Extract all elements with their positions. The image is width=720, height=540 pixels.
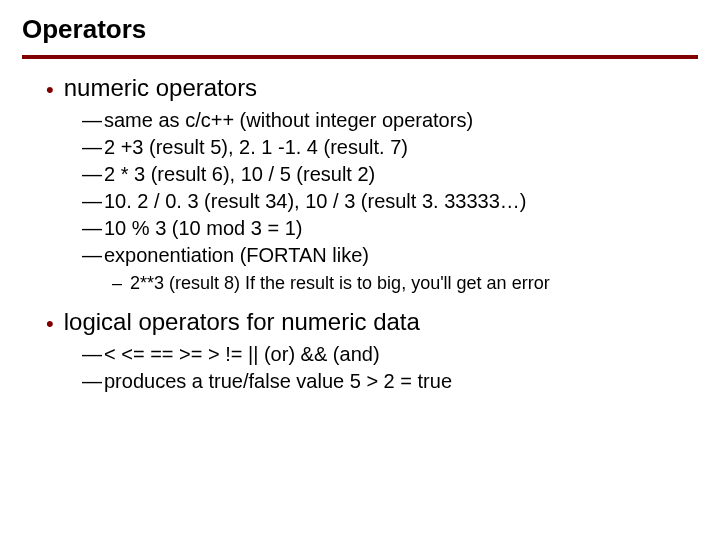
list-item: – 2**3 (result 8) If the result is to bi… [112, 271, 698, 295]
list-item: — produces a true/false value 5 > 2 = tr… [82, 368, 698, 395]
bullet-text: logical operators for numeric data [64, 307, 420, 337]
bullet-text: 10. 2 / 0. 3 (result 34), 10 / 3 (result… [104, 188, 526, 215]
bullet-text: numeric operators [64, 73, 257, 103]
bullet-list-level3: – 2**3 (result 8) If the result is to bi… [112, 271, 698, 295]
title-underline [22, 55, 698, 59]
bullet-icon: • [46, 79, 54, 101]
dash-icon: — [82, 188, 102, 215]
list-item: — < <= == >= > != || (or) && (and) [82, 341, 698, 368]
bullet-list-level2: — same as c/c++ (without integer operato… [82, 107, 698, 269]
dash-icon: — [82, 107, 102, 134]
list-item: • numeric operators — same as c/c++ (wit… [46, 73, 698, 301]
dash-icon: – [112, 271, 124, 295]
bullet-text: 2**3 (result 8) If the result is to big,… [130, 271, 550, 295]
bullet-text: 10 % 3 (10 mod 3 = 1) [104, 215, 302, 242]
bullet-text: < <= == >= > != || (or) && (and) [104, 341, 380, 368]
list-item: — 2 * 3 (result 6), 10 / 5 (result 2) [82, 161, 698, 188]
dash-icon: — [82, 341, 102, 368]
dash-icon: — [82, 161, 102, 188]
list-item: — exponentiation (FORTAN like) [82, 242, 698, 269]
bullet-text: exponentiation (FORTAN like) [104, 242, 369, 269]
bullet-list-level1: • numeric operators — same as c/c++ (wit… [22, 73, 698, 397]
bullet-text: same as c/c++ (without integer operators… [104, 107, 473, 134]
slide-title: Operators [22, 14, 698, 49]
list-item: • logical operators for numeric data — <… [46, 307, 698, 397]
dash-icon: — [82, 134, 102, 161]
dash-icon: — [82, 215, 102, 242]
bullet-text: produces a true/false value 5 > 2 = true [104, 368, 452, 395]
list-item: — 10. 2 / 0. 3 (result 34), 10 / 3 (resu… [82, 188, 698, 215]
bullet-list-level2: — < <= == >= > != || (or) && (and) — pro… [82, 341, 698, 395]
dash-icon: — [82, 368, 102, 395]
list-item: — same as c/c++ (without integer operato… [82, 107, 698, 134]
bullet-text: 2 +3 (result 5), 2. 1 -1. 4 (result. 7) [104, 134, 408, 161]
list-item: — 2 +3 (result 5), 2. 1 -1. 4 (result. 7… [82, 134, 698, 161]
list-item: — 10 % 3 (10 mod 3 = 1) [82, 215, 698, 242]
slide: Operators • numeric operators — same as … [0, 0, 720, 540]
bullet-icon: • [46, 313, 54, 335]
bullet-text: 2 * 3 (result 6), 10 / 5 (result 2) [104, 161, 375, 188]
dash-icon: — [82, 242, 102, 269]
